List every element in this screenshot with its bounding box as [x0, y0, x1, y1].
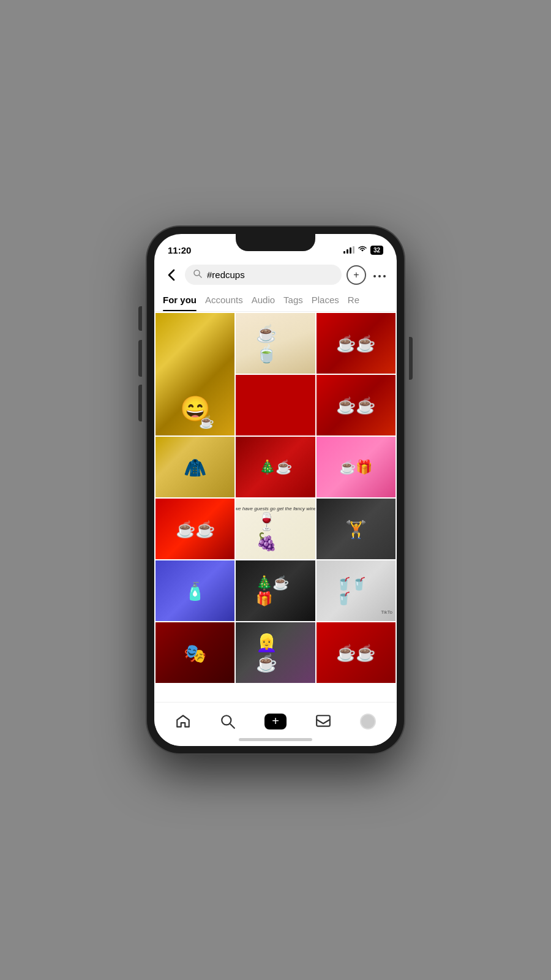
grid-item[interactable] — [156, 437, 234, 497]
back-button[interactable] — [163, 266, 180, 284]
tab-more[interactable]: Re — [348, 288, 368, 311]
home-indicator — [239, 738, 312, 741]
tab-accounts[interactable]: Accounts — [205, 288, 252, 311]
add-icon: + — [264, 714, 287, 729]
grid-item[interactable] — [317, 313, 395, 374]
grid-item[interactable] — [317, 375, 395, 435]
grid-item[interactable] — [156, 560, 234, 621]
tabs: For you Accounts Audio Tags Places Re — [154, 288, 397, 312]
grid-item[interactable] — [236, 375, 315, 435]
search-query: #redcups — [207, 270, 245, 280]
search-icon — [193, 270, 202, 280]
tab-audio[interactable]: Audio — [252, 288, 283, 311]
grid-item[interactable] — [236, 622, 315, 683]
svg-point-2 — [373, 275, 376, 277]
svg-line-1 — [199, 275, 201, 277]
tab-tags[interactable]: Tags — [283, 288, 312, 311]
grid-item[interactable] — [236, 313, 315, 374]
wifi-icon — [358, 246, 367, 255]
grid-item[interactable] — [156, 622, 234, 683]
caption-overlay: "we have guests go get the fancy wine" — [236, 506, 315, 511]
nav-search[interactable] — [214, 710, 242, 733]
inbox-icon — [315, 714, 331, 729]
nav-add[interactable]: + — [258, 710, 293, 733]
battery-icon: 32 — [370, 246, 383, 255]
grid-item[interactable] — [236, 560, 315, 621]
video-grid: "we have guests go get the fancy wine" — [154, 312, 397, 684]
grid-item[interactable]: "we have guests go get the fancy wine" — [236, 499, 315, 559]
signal-icon — [343, 246, 354, 254]
content-area: "we have guests go get the fancy wine" — [154, 312, 397, 702]
search-area: #redcups + — [154, 261, 397, 288]
grid-item[interactable] — [317, 622, 395, 683]
grid-item[interactable] — [317, 499, 395, 559]
svg-line-6 — [230, 724, 234, 728]
grid-item[interactable] — [156, 313, 234, 435]
nav-home[interactable] — [169, 710, 197, 733]
search-nav-icon — [220, 714, 236, 729]
tab-places[interactable]: Places — [312, 288, 348, 311]
svg-point-5 — [222, 715, 231, 725]
profile-avatar — [360, 714, 376, 729]
nav-inbox[interactable] — [309, 710, 337, 733]
svg-point-4 — [383, 275, 386, 277]
status-time: 11:20 — [168, 245, 191, 255]
home-icon — [175, 714, 191, 729]
svg-point-3 — [378, 275, 381, 277]
search-bar[interactable]: #redcups — [185, 265, 342, 285]
grid-item[interactable] — [317, 437, 395, 497]
more-button[interactable] — [371, 266, 388, 284]
add-button[interactable]: + — [347, 265, 366, 285]
grid-item[interactable] — [156, 499, 234, 559]
tab-for-you[interactable]: For you — [163, 288, 205, 311]
nav-profile[interactable] — [354, 710, 382, 733]
status-icons: 32 — [343, 246, 383, 255]
grid-item[interactable] — [317, 560, 395, 621]
grid-item[interactable] — [236, 437, 315, 497]
